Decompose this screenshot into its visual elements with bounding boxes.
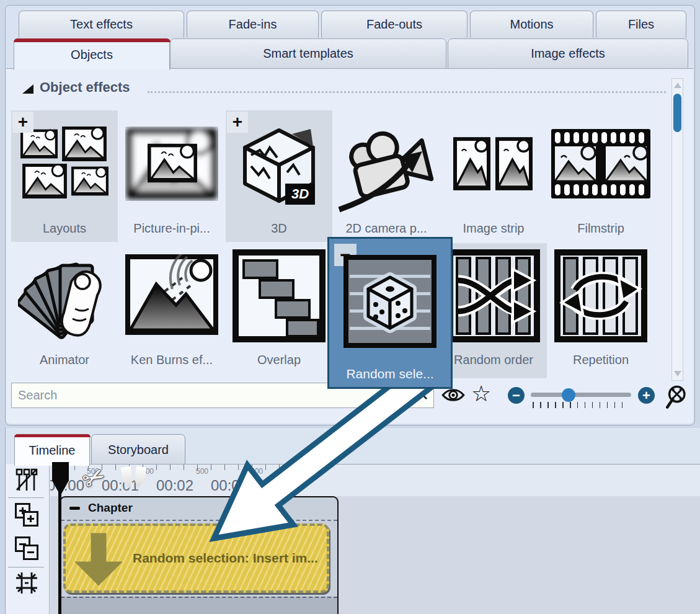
- tab-label: Image effects: [531, 47, 605, 61]
- layouts-collage-icon: [18, 124, 111, 203]
- chapter-title: Chapter: [88, 501, 133, 515]
- tab-label: Storyboard: [108, 443, 169, 457]
- ruler-second-label: 00:02: [150, 477, 200, 494]
- tile-random-order[interactable]: Random order: [440, 243, 547, 378]
- picture-in-picture-icon: [125, 127, 218, 201]
- tab-smart-templates[interactable]: Smart templates: [170, 38, 446, 69]
- random-selection-dice-icon: [343, 255, 436, 348]
- tab-text-effects[interactable]: Text effects: [19, 11, 184, 38]
- favorites-star-icon[interactable]: ☆: [471, 381, 491, 407]
- 2d-camera-pan-icon: [337, 123, 436, 213]
- chapter-track-row[interactable]: [61, 597, 337, 614]
- tile-repetition[interactable]: Repetition: [547, 243, 654, 378]
- ken-burns-icon: [125, 254, 218, 335]
- fit-range-icon[interactable]: [14, 571, 39, 595]
- effects-scrollbar[interactable]: [671, 78, 683, 381]
- tile-label: Layouts: [11, 221, 118, 236]
- ruler-minor-label: 500: [302, 467, 321, 476]
- ruler-minor-label: 500: [247, 467, 266, 476]
- tab-label: Files: [628, 17, 654, 32]
- tile-label: 3D: [226, 221, 332, 236]
- tab-label: Motions: [510, 17, 553, 32]
- expand-all-icon[interactable]: [14, 502, 39, 527]
- tab-image-effects[interactable]: Image effects: [448, 38, 688, 69]
- tile-label: Ken Burns ef...: [118, 353, 225, 367]
- tile-label: Random order: [440, 353, 547, 367]
- tab-storyboard[interactable]: Storyboard: [91, 434, 185, 465]
- toolbar-divider: [8, 567, 44, 567]
- section-divider: [148, 91, 666, 93]
- chapter-block[interactable]: Chapter Random selection: Insert im...: [60, 496, 339, 614]
- tab-label: Timeline: [29, 443, 76, 458]
- tile-label: Overlap: [226, 353, 332, 367]
- chapter-collapse-icon[interactable]: [69, 507, 80, 510]
- expand-plus-badge[interactable]: +: [227, 112, 248, 133]
- expand-plus-badge[interactable]: +: [12, 112, 33, 133]
- scrollbar-thumb[interactable]: [673, 94, 681, 132]
- zoom-slider-ticks: [533, 402, 629, 408]
- zoom-slider-thumb[interactable]: [562, 388, 575, 402]
- zoom-out-button[interactable]: −: [508, 387, 525, 404]
- toolbar-divider: [8, 497, 44, 498]
- scroll-up-icon[interactable]: [674, 82, 681, 88]
- tab-label: Objects: [71, 48, 113, 62]
- tile-random-selection-selected[interactable]: − Random sele...: [327, 237, 453, 389]
- tab-label: Fade-ins: [229, 17, 277, 32]
- tile-layouts[interactable]: + Layouts: [11, 110, 118, 242]
- tile-label: Random sele...: [329, 367, 451, 381]
- preview-eye-icon[interactable]: [441, 387, 465, 403]
- tab-objects[interactable]: Objects: [14, 38, 170, 70]
- tile-2d-camera-pan[interactable]: 2D camera p...: [333, 110, 440, 242]
- timeline-panel: Timeline Storyboard: [5, 428, 700, 614]
- tile-label: Image strip: [440, 221, 547, 236]
- tile-label: Filmstrip: [547, 221, 654, 236]
- scroll-down-icon[interactable]: [674, 371, 681, 376]
- active-tab-accent: [14, 434, 91, 437]
- tab-fade-outs[interactable]: Fade-outs: [321, 11, 467, 38]
- random-order-shuffle-icon: [447, 249, 540, 342]
- tile-label: Repetition: [547, 353, 654, 367]
- zoom-in-button[interactable]: +: [638, 387, 655, 404]
- tile-3d[interactable]: + 3D 3D: [226, 110, 332, 242]
- app-window: Text effects Fade-ins Fade-outs Motions …: [0, 0, 700, 614]
- zoom-slider-track[interactable]: [531, 393, 631, 397]
- timeline-tracks-area[interactable]: Chapter Random selection: Insert im...: [50, 496, 700, 614]
- tile-image-strip[interactable]: Image strip: [440, 110, 547, 242]
- tile-label: Picture-in-pi...: [118, 221, 225, 236]
- ruler-second-label: 00:03: [205, 477, 254, 494]
- tile-picture-in-picture[interactable]: Picture-in-pi...: [118, 110, 225, 242]
- chapter-header[interactable]: Chapter: [61, 497, 337, 521]
- tile-ken-burns[interactable]: Ken Burns ef...: [118, 243, 225, 378]
- image-strip-icon: [453, 127, 534, 201]
- tab-fade-ins[interactable]: Fade-ins: [187, 11, 319, 38]
- tab-files[interactable]: Files: [596, 11, 686, 38]
- timeline-ruler[interactable]: 500 500 500 500 500 00:00 00:01 00:02 00…: [50, 464, 700, 497]
- tile-label: 2D camera p...: [333, 221, 440, 236]
- tile-animator[interactable]: Animator: [11, 243, 118, 378]
- drop-target-zone[interactable]: Random selection: Insert im...: [63, 523, 329, 593]
- repetition-loop-icon: [554, 249, 647, 342]
- tab-motions[interactable]: Motions: [470, 11, 593, 38]
- tab-label: Fade-outs: [366, 17, 422, 32]
- tile-label: Animator: [11, 353, 118, 367]
- drop-down-arrow-icon: [74, 531, 123, 588]
- timeline-toolbar: [6, 464, 50, 614]
- tile-overlap[interactable]: Overlap: [226, 243, 332, 378]
- overlap-icon: [233, 249, 326, 342]
- active-tab-accent: [14, 38, 171, 42]
- tile-filmstrip[interactable]: Filmstrip: [547, 110, 654, 242]
- filmstrip-icon: [551, 129, 650, 198]
- playhead-line: [58, 490, 61, 614]
- collapse-all-icon[interactable]: [14, 536, 39, 561]
- animator-icon: [18, 249, 111, 342]
- tab-label: Smart templates: [263, 47, 353, 61]
- ruler-second-label: 00:04: [259, 477, 309, 494]
- tab-timeline[interactable]: Timeline: [14, 434, 90, 466]
- track-display-icon[interactable]: [14, 468, 39, 492]
- zoom-fit-magnifier-icon[interactable]: [666, 385, 691, 409]
- drop-target-text: Random selection: Insert im...: [133, 526, 321, 590]
- ruler-minor-label: 500: [193, 467, 211, 476]
- section-title: Object effects: [40, 79, 130, 96]
- tab-label: Text effects: [70, 17, 133, 32]
- 3d-corner-badge: 3D: [285, 184, 315, 205]
